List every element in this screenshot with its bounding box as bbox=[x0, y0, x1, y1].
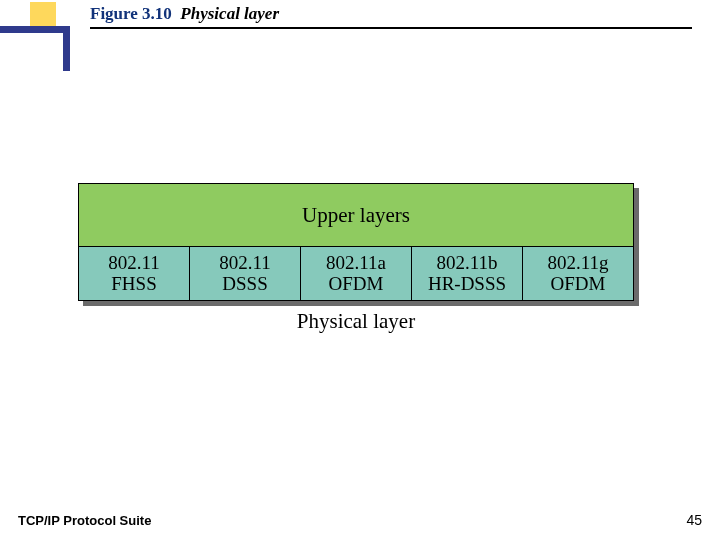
slide-corner-decoration bbox=[0, 0, 90, 80]
cell-line2: DSSS bbox=[222, 274, 267, 295]
physical-layer-caption: Physical layer bbox=[78, 309, 634, 334]
phys-cell-11a: 802.11a OFDM bbox=[301, 247, 412, 301]
deco-bar-vertical bbox=[63, 26, 70, 71]
cell-line1: 802.11b bbox=[436, 253, 497, 274]
deco-bar-horizontal bbox=[0, 26, 70, 33]
slide-footer: TCP/IP Protocol Suite 45 bbox=[18, 512, 702, 528]
phys-cell-fhss: 802.11 FHSS bbox=[78, 247, 190, 301]
figure-label: Physical layer bbox=[180, 4, 279, 23]
upper-layers-box: Upper layers bbox=[78, 183, 634, 247]
cell-line1: 802.11 bbox=[108, 253, 160, 274]
title-underline bbox=[90, 27, 692, 29]
phys-cell-11b: 802.11b HR-DSSS bbox=[412, 247, 523, 301]
cell-line1: 802.11 bbox=[219, 253, 271, 274]
cell-line2: HR-DSSS bbox=[428, 274, 506, 295]
footer-text: TCP/IP Protocol Suite bbox=[18, 513, 151, 528]
upper-layers-label: Upper layers bbox=[78, 183, 634, 247]
cell-line2: FHSS bbox=[111, 274, 156, 295]
deco-square bbox=[30, 2, 56, 26]
physical-variants-row: 802.11 FHSS 802.11 DSSS 802.11a OFDM 802… bbox=[78, 247, 634, 301]
page-number: 45 bbox=[686, 512, 702, 528]
phys-cell-11g: 802.11g OFDM bbox=[523, 247, 634, 301]
phys-cell-dsss: 802.11 DSSS bbox=[190, 247, 301, 301]
cell-line1: 802.11a bbox=[326, 253, 386, 274]
figure-number: Figure 3.10 bbox=[90, 4, 172, 23]
figure-title: Figure 3.10 Physical layer bbox=[90, 4, 279, 24]
cell-line1: 802.11g bbox=[547, 253, 608, 274]
cell-line2: OFDM bbox=[329, 274, 384, 295]
physical-layer-row: 802.11 FHSS 802.11 DSSS 802.11a OFDM 802… bbox=[78, 247, 634, 301]
cell-line2: OFDM bbox=[551, 274, 606, 295]
layers-diagram: Upper layers 802.11 FHSS 802.11 DSSS 802… bbox=[78, 183, 634, 334]
